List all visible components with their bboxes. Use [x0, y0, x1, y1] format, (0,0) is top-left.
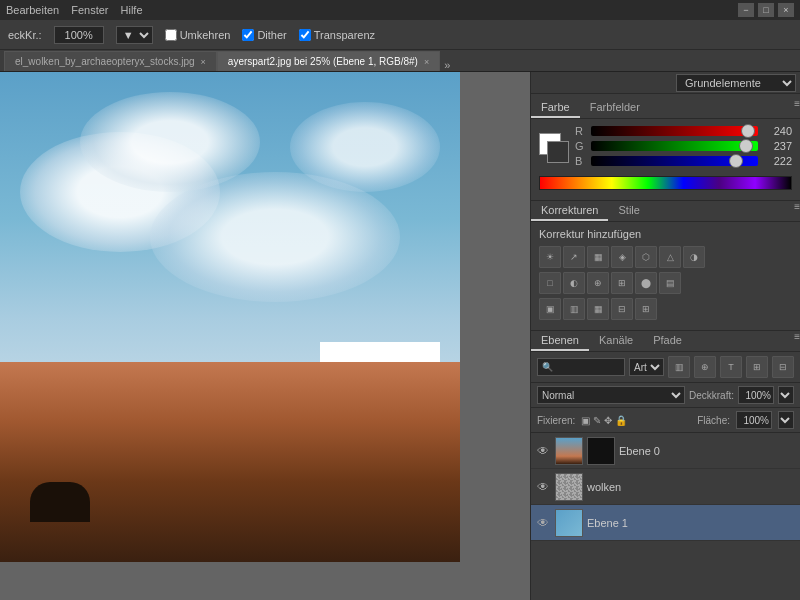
color-spectrum[interactable]: [539, 176, 792, 190]
color-boxes[interactable]: [539, 133, 569, 163]
zoom-input[interactable]: [54, 26, 104, 44]
maximize-button[interactable]: □: [758, 3, 774, 17]
layer-filter-btn5[interactable]: ⊟: [772, 356, 794, 378]
tab-ebenen[interactable]: Ebenen: [531, 331, 589, 351]
channelmix-icon[interactable]: ⊕: [587, 272, 609, 294]
grundelemente-dropdown[interactable]: Grundelemente: [676, 74, 796, 92]
vibrance-icon[interactable]: ◐: [563, 272, 585, 294]
layer-filter-btn4[interactable]: ⊞: [746, 356, 768, 378]
lock-move-icon[interactable]: ✥: [604, 415, 612, 426]
menu-fenster[interactable]: Fenster: [71, 4, 108, 16]
deckkraft-input[interactable]: [738, 386, 774, 404]
minimize-button[interactable]: −: [738, 3, 754, 17]
layer-search-input[interactable]: [553, 362, 620, 373]
color-panel-tabs: Farbe Farbfelder ≡: [531, 98, 800, 119]
b-slider-track: [591, 156, 758, 166]
right-panel: Grundelemente Farbe Farbfelder ≡ R: [530, 72, 800, 600]
canvas-area[interactable]: [0, 72, 530, 600]
tab-korrekturen[interactable]: Korrekturen: [531, 201, 608, 221]
curves-icon[interactable]: ↗: [563, 246, 585, 268]
gradientmap-icon[interactable]: ▥: [563, 298, 585, 320]
transparenz-checkbox[interactable]: [299, 29, 311, 41]
lock-all-icon[interactable]: 🔒: [615, 415, 627, 426]
brightness-icon[interactable]: ☀: [539, 246, 561, 268]
layer-mask-ebene0: [587, 437, 615, 465]
close-button[interactable]: ×: [778, 3, 794, 17]
invert-icon[interactable]: ⬤: [635, 272, 657, 294]
layer-filter-btn1[interactable]: ▥: [668, 356, 690, 378]
search-icon: 🔍: [542, 362, 553, 372]
extra-icon1[interactable]: ⊟: [611, 298, 633, 320]
tab-close-wolken[interactable]: ×: [201, 57, 206, 67]
layer-item-wolken[interactable]: 👁 wolken: [531, 469, 800, 505]
layer-filter-btn3[interactable]: T: [720, 356, 742, 378]
color-panel-content: R 240 G 237: [531, 119, 800, 196]
bush: [30, 482, 90, 522]
selectivecolor-icon[interactable]: ▦: [587, 298, 609, 320]
layer-visibility-ebene1[interactable]: 👁: [535, 515, 551, 531]
lock-pixel-icon[interactable]: ▣: [581, 415, 590, 426]
layer-filter-dropdown[interactable]: Art: [629, 358, 664, 376]
layer-item-ebene1[interactable]: 👁 Ebene 1: [531, 505, 800, 541]
deckkraft-label: Deckkraft:: [689, 390, 734, 401]
layers-list: 👁 Ebene 0 👁 wolken 👁 Ebene 1: [531, 433, 800, 600]
colorbalance-icon[interactable]: △: [659, 246, 681, 268]
korrekturen-icons-row1: ☀ ↗ ▦ ◈ ⬡ △ ◑: [539, 246, 792, 268]
layer-search-box[interactable]: 🔍: [537, 358, 625, 376]
tab-close-ayerspart[interactable]: ×: [424, 57, 429, 67]
umkehren-label[interactable]: Umkehren: [165, 29, 231, 41]
tab-farbe[interactable]: Farbe: [531, 98, 580, 118]
tab-ayerspart[interactable]: ayerspart2.jpg bei 25% (Ebene 1, RGB/8#)…: [217, 51, 440, 71]
tab-kanaele[interactable]: Kanäle: [589, 331, 643, 351]
layer-visibility-ebene0[interactable]: 👁: [535, 443, 551, 459]
flaeche-arrow[interactable]: ▼: [778, 411, 794, 429]
eckkr-label: eckKr.:: [8, 29, 42, 41]
options-bar: eckKr.: ▼ Umkehren Dither Transparenz: [0, 20, 800, 50]
flaeche-input[interactable]: [736, 411, 772, 429]
dither-checkbox[interactable]: [242, 29, 254, 41]
levels-icon[interactable]: ▦: [587, 246, 609, 268]
r-slider-handle[interactable]: [741, 124, 755, 138]
g-slider-handle[interactable]: [739, 139, 753, 153]
layer-visibility-wolken[interactable]: 👁: [535, 479, 551, 495]
tab-farbfelder[interactable]: Farbfelder: [580, 98, 650, 118]
blend-mode-dropdown[interactable]: Normal: [537, 386, 685, 404]
menu-bearbeiten[interactable]: Bearbeiten: [6, 4, 59, 16]
layer-item-ebene0[interactable]: 👁 Ebene 0: [531, 433, 800, 469]
deckkraft-arrow[interactable]: ▼: [778, 386, 794, 404]
lock-brush-icon[interactable]: ✎: [593, 415, 601, 426]
canvas-image: [0, 72, 460, 562]
color-panel-options[interactable]: ≡: [794, 98, 800, 118]
korrekturen-title: Korrektur hinzufügen: [539, 228, 792, 240]
window-controls: − □ ×: [738, 3, 794, 17]
color-preview-row: R 240 G 237: [539, 125, 792, 170]
posterize-icon[interactable]: ▤: [659, 272, 681, 294]
menu-bar: Bearbeiten Fenster Hilfe: [6, 4, 143, 16]
extra-icon2[interactable]: ⊞: [635, 298, 657, 320]
tab-pfade[interactable]: Pfade: [643, 331, 692, 351]
zoom-dropdown[interactable]: ▼: [116, 26, 153, 44]
tab-stile[interactable]: Stile: [608, 201, 649, 221]
hue-icon[interactable]: ◈: [611, 246, 633, 268]
menu-hilfe[interactable]: Hilfe: [121, 4, 143, 16]
tabs-bar: el_wolken_by_archaeopteryx_stocks.jpg × …: [0, 50, 800, 72]
b-slider-handle[interactable]: [729, 154, 743, 168]
blackwhite-icon[interactable]: ◑: [683, 246, 705, 268]
korrekturen-tabs: Korrekturen Stile ≡: [531, 201, 800, 222]
exposure-icon[interactable]: □: [539, 272, 561, 294]
korrekturen-panel-options[interactable]: ≡: [794, 201, 800, 221]
colorlookup-icon[interactable]: ⊞: [611, 272, 633, 294]
dither-label[interactable]: Dither: [242, 29, 286, 41]
layer-filter-btn2[interactable]: ⊕: [694, 356, 716, 378]
background-color[interactable]: [547, 141, 569, 163]
tab-wolken[interactable]: el_wolken_by_archaeopteryx_stocks.jpg ×: [4, 51, 217, 71]
ebenen-panel-options[interactable]: ≡: [794, 331, 800, 351]
korrekturen-icons-row3: ▣ ▥ ▦ ⊟ ⊞: [539, 298, 792, 320]
threshold-icon[interactable]: ▣: [539, 298, 561, 320]
layer-name-ebene1: Ebene 1: [587, 517, 796, 529]
saturation-icon[interactable]: ⬡: [635, 246, 657, 268]
rock-terrain: [0, 362, 460, 562]
tabs-arrow[interactable]: »: [440, 59, 454, 71]
transparenz-label[interactable]: Transparenz: [299, 29, 375, 41]
umkehren-checkbox[interactable]: [165, 29, 177, 41]
